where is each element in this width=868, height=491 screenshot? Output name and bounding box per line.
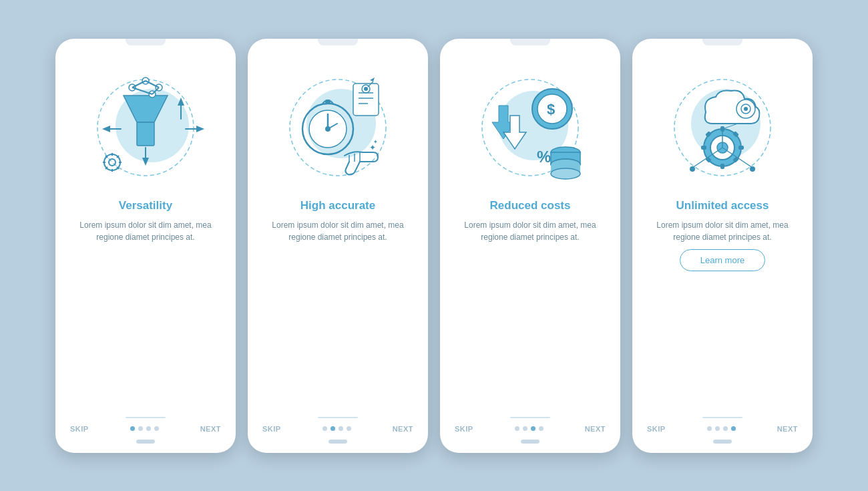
svg-marker-15 <box>196 126 204 132</box>
learn-more-button[interactable]: Learn more <box>680 249 765 271</box>
phone-1-title: Versatility <box>119 199 172 212</box>
phone-4-divider <box>702 417 742 418</box>
phone-1-skip[interactable]: SKIP <box>70 425 89 433</box>
svg-point-21 <box>109 159 116 166</box>
phone-notch-1 <box>126 39 166 45</box>
dot-4-3 <box>723 426 728 431</box>
dot-1-1 <box>130 426 135 431</box>
dot-1-4 <box>154 426 159 431</box>
svg-line-8 <box>132 81 146 88</box>
illustration-versatility <box>79 65 212 199</box>
phone-4-content: Unlimited access Lorem ipsum dolor sit d… <box>632 199 813 417</box>
illustration-reduced-costs: $ % <box>463 65 597 199</box>
phone-3-skip[interactable]: SKIP <box>455 425 473 433</box>
svg-text:✦: ✦ <box>373 139 378 145</box>
phone-2-title: High accurate <box>300 199 375 212</box>
phone-3-indicator <box>521 440 539 444</box>
phone-2-dots <box>322 426 351 431</box>
phone-2-next[interactable]: NEXT <box>393 425 413 433</box>
svg-point-84 <box>690 166 695 172</box>
phone-1-content: Versatility Lorem ipsum dolor sit dim am… <box>55 199 236 417</box>
phone-1-dots <box>130 426 159 431</box>
dot-4-2 <box>715 426 720 431</box>
phone-1-next[interactable]: NEXT <box>200 425 221 433</box>
svg-point-86 <box>750 166 755 172</box>
phone-3-nav: SKIP NEXT <box>440 425 620 440</box>
phone-4-skip[interactable]: SKIP <box>647 425 666 433</box>
dot-3-1 <box>515 426 519 431</box>
svg-rect-3 <box>137 122 154 146</box>
phone-4-next[interactable]: NEXT <box>777 425 798 433</box>
svg-point-45 <box>364 87 368 91</box>
dot-2-2 <box>331 426 335 431</box>
phone-notch-4 <box>702 39 742 45</box>
svg-point-82 <box>744 107 748 111</box>
phone-3-next[interactable]: NEXT <box>585 425 606 433</box>
dot-2-1 <box>322 426 327 431</box>
phone-1-divider <box>126 417 166 418</box>
svg-text:$: $ <box>547 101 555 118</box>
phone-notch-2 <box>318 39 358 45</box>
svg-rect-73 <box>720 164 724 169</box>
phone-2-skip[interactable]: SKIP <box>262 425 281 433</box>
phone-3-dots <box>515 426 544 431</box>
phone-3-title: Reduced costs <box>490 199 571 212</box>
dot-2-3 <box>339 426 343 431</box>
phone-4-dots <box>707 426 736 431</box>
phone-3-content: Reduced costs Lorem ipsum dolor sit dim … <box>440 199 620 417</box>
svg-text:%: % <box>537 148 551 166</box>
phone-1-nav: SKIP NEXT <box>55 425 236 440</box>
dot-3-4 <box>539 426 544 431</box>
dot-3-3 <box>531 426 535 431</box>
phone-1-indicator <box>136 440 155 444</box>
svg-marker-47 <box>370 77 375 81</box>
phones-container: Versatility Lorem ipsum dolor sit dim am… <box>29 19 839 473</box>
phone-4-description: Lorem ipsum dolor sit dim amet, mea regi… <box>647 219 798 244</box>
svg-rect-37 <box>325 100 331 104</box>
dot-2-4 <box>347 426 351 431</box>
phone-3-description: Lorem ipsum dolor sit dim amet, mea regi… <box>455 219 606 244</box>
dot-1-2 <box>138 426 143 431</box>
phone-2-content: High accurate Lorem ipsum dolor sit dim … <box>248 199 428 417</box>
phone-versatility: Versatility Lorem ipsum dolor sit dim am… <box>55 39 236 453</box>
illustration-unlimited-access <box>656 65 789 199</box>
phone-2-nav: SKIP NEXT <box>248 425 428 440</box>
phone-2-description: Lorem ipsum dolor sit dim amet, mea regi… <box>262 219 413 244</box>
phone-3-divider <box>510 417 550 418</box>
svg-rect-74 <box>701 146 706 150</box>
svg-point-66 <box>551 168 580 179</box>
phone-1-description: Lorem ipsum dolor sit dim amet, mea regi… <box>70 219 221 244</box>
phone-2-indicator <box>329 440 347 444</box>
svg-line-9 <box>146 81 159 88</box>
phone-reduced-costs: $ % Reduced costs Lorem ipsum dolor sit … <box>440 39 620 453</box>
phone-2-divider <box>318 417 358 418</box>
svg-marker-17 <box>102 126 110 132</box>
dot-1-3 <box>146 426 151 431</box>
dot-4-4 <box>731 426 736 431</box>
dot-3-2 <box>523 426 527 431</box>
phone-high-accurate: ✦ ✦ High accurate Lorem ipsum dolor sit … <box>248 39 428 453</box>
phone-4-nav: SKIP NEXT <box>632 425 813 440</box>
svg-rect-75 <box>738 146 744 150</box>
phone-4-indicator <box>713 440 732 444</box>
phone-4-title: Unlimited access <box>676 199 769 212</box>
phone-notch-3 <box>510 39 550 45</box>
phone-unlimited-access: Unlimited access Lorem ipsum dolor sit d… <box>632 39 813 453</box>
illustration-high-accurate: ✦ ✦ <box>271 65 405 199</box>
dot-4-1 <box>707 426 712 431</box>
